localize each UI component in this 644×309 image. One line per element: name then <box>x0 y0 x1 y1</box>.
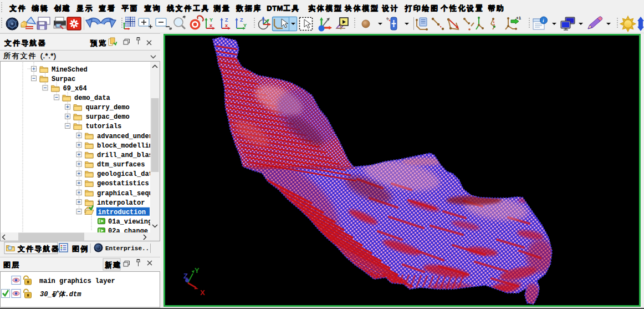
svg-text:advanced_underg: advanced_underg <box>97 133 157 140</box>
svg-text:dtm_surfaces: dtm_surfaces <box>97 161 145 169</box>
svg-text:01a_viewing_: 01a_viewing_ <box>108 218 156 226</box>
svg-text:interpolator: interpolator <box>97 199 145 207</box>
svg-text:introduction: introduction <box>98 209 146 216</box>
svg-text:新建: 新建 <box>104 261 121 269</box>
svg-text:demo_data: demo_data <box>74 94 110 102</box>
svg-text:所有文件 (.*.*): 所有文件 (.*.*) <box>3 52 57 60</box>
svg-text:surpac_demo: surpac_demo <box>86 113 130 121</box>
svg-text:Y: Y <box>243 23 247 28</box>
svg-text:30_矿体.dtm: 30_矿体.dtm <box>40 290 81 298</box>
svg-text:quarry_demo: quarry_demo <box>86 104 130 112</box>
svg-text:Z: Z <box>240 17 243 23</box>
svg-text:Y: Y <box>195 266 200 275</box>
svg-text:x: x <box>225 23 228 28</box>
svg-text:tutorials: tutorials <box>86 123 122 130</box>
svg-text:MineSched: MineSched <box>52 66 88 74</box>
svg-text:69_x64: 69_x64 <box>63 85 87 93</box>
svg-text:+1: +1 <box>516 16 522 21</box>
svg-text:x: x <box>209 23 212 28</box>
svg-text:X: X <box>200 288 205 297</box>
svg-text:graphical_seque: graphical_seque <box>97 190 157 197</box>
svg-text:Surpac: Surpac <box>52 75 75 83</box>
svg-text:预览: 预览 <box>90 39 107 47</box>
svg-text:文件导航器: 文件导航器 <box>4 39 47 47</box>
svg-text:Y: Y <box>209 17 213 23</box>
svg-text:图例: 图例 <box>72 245 89 253</box>
svg-text:main graphics layer: main graphics layer <box>39 277 115 285</box>
svg-text:geostatistics: geostatistics <box>97 180 149 188</box>
svg-text:文件导航器: 文件导航器 <box>17 245 60 253</box>
svg-text:Z: Z <box>225 17 228 23</box>
svg-text:block_modelling: block_modelling <box>97 142 157 150</box>
svg-text:Enterprise..: Enterprise.. <box>105 245 149 252</box>
svg-text:图层: 图层 <box>3 261 20 269</box>
svg-text:geological_data: geological_data <box>97 170 157 178</box>
svg-text:drill_and_blast: drill_and_blast <box>97 151 157 159</box>
